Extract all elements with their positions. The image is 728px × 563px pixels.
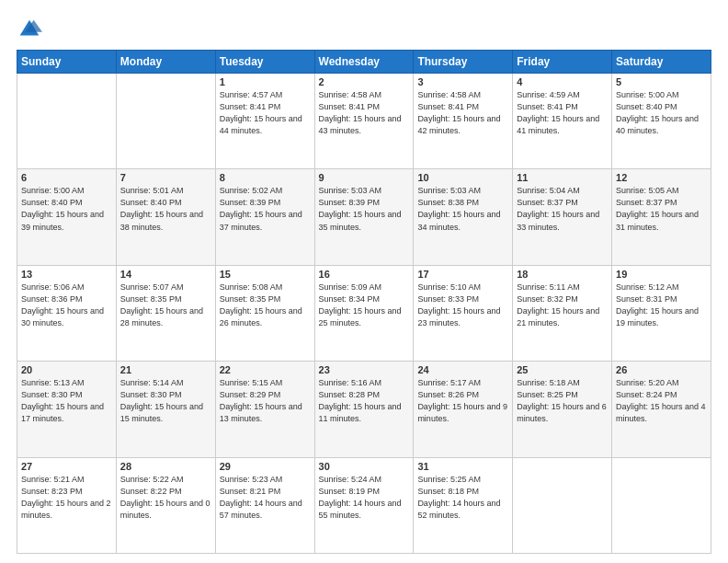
calendar-cell: 5Sunrise: 5:00 AM Sunset: 8:40 PM Daylig…	[612, 74, 711, 169]
calendar-cell: 17Sunrise: 5:10 AM Sunset: 8:33 PM Dayli…	[414, 265, 513, 361]
day-number: 13	[21, 269, 112, 280]
calendar-cell	[17, 74, 117, 169]
day-info: Sunrise: 4:58 AM Sunset: 8:41 PM Dayligh…	[417, 89, 508, 137]
day-info: Sunrise: 5:16 AM Sunset: 8:28 PM Dayligh…	[319, 377, 410, 425]
day-number: 21	[120, 364, 211, 375]
calendar-cell: 15Sunrise: 5:08 AM Sunset: 8:35 PM Dayli…	[215, 265, 314, 361]
day-info: Sunrise: 5:12 AM Sunset: 8:31 PM Dayligh…	[616, 282, 707, 329]
day-number: 6	[21, 172, 112, 183]
day-info: Sunrise: 5:18 AM Sunset: 8:25 PM Dayligh…	[517, 377, 608, 425]
weekday-header-saturday: Saturday	[612, 51, 711, 74]
day-info: Sunrise: 5:24 AM Sunset: 8:19 PM Dayligh…	[319, 474, 410, 522]
day-number: 10	[417, 172, 508, 183]
day-number: 12	[616, 172, 707, 183]
calendar-cell	[612, 457, 711, 553]
day-info: Sunrise: 5:07 AM Sunset: 8:35 PM Dayligh…	[120, 282, 211, 329]
day-number: 7	[120, 172, 211, 183]
calendar-cell	[116, 74, 215, 169]
day-info: Sunrise: 5:25 AM Sunset: 8:18 PM Dayligh…	[417, 474, 508, 522]
weekday-header-thursday: Thursday	[414, 51, 513, 74]
day-info: Sunrise: 5:04 AM Sunset: 8:37 PM Dayligh…	[517, 185, 608, 233]
day-number: 8	[220, 172, 311, 183]
weekday-header-monday: Monday	[116, 51, 215, 74]
calendar-cell: 26Sunrise: 5:20 AM Sunset: 8:24 PM Dayli…	[612, 362, 711, 457]
day-number: 4	[517, 76, 608, 87]
calendar-cell: 14Sunrise: 5:07 AM Sunset: 8:35 PM Dayli…	[116, 265, 215, 361]
day-number: 31	[417, 461, 508, 472]
calendar-week-row: 6Sunrise: 5:00 AM Sunset: 8:40 PM Daylig…	[17, 169, 711, 265]
day-number: 20	[21, 364, 112, 375]
day-info: Sunrise: 5:23 AM Sunset: 8:21 PM Dayligh…	[220, 474, 311, 522]
day-number: 22	[220, 364, 311, 375]
day-info: Sunrise: 5:20 AM Sunset: 8:24 PM Dayligh…	[616, 377, 707, 425]
calendar-cell: 6Sunrise: 5:00 AM Sunset: 8:40 PM Daylig…	[17, 169, 117, 265]
calendar-cell: 13Sunrise: 5:06 AM Sunset: 8:36 PM Dayli…	[17, 265, 117, 361]
day-info: Sunrise: 5:03 AM Sunset: 8:39 PM Dayligh…	[319, 185, 410, 233]
calendar-cell: 3Sunrise: 4:58 AM Sunset: 8:41 PM Daylig…	[414, 74, 513, 169]
calendar-cell: 18Sunrise: 5:11 AM Sunset: 8:32 PM Dayli…	[513, 265, 612, 361]
calendar-cell: 25Sunrise: 5:18 AM Sunset: 8:25 PM Dayli…	[513, 362, 612, 457]
day-number: 24	[417, 364, 508, 375]
day-info: Sunrise: 5:00 AM Sunset: 8:40 PM Dayligh…	[616, 89, 707, 137]
day-info: Sunrise: 5:21 AM Sunset: 8:23 PM Dayligh…	[21, 474, 112, 522]
day-info: Sunrise: 5:09 AM Sunset: 8:34 PM Dayligh…	[319, 282, 410, 329]
day-number: 17	[417, 269, 508, 280]
day-number: 5	[616, 76, 707, 87]
day-number: 16	[319, 269, 410, 280]
weekday-header-row: SundayMondayTuesdayWednesdayThursdayFrid…	[17, 51, 711, 74]
day-info: Sunrise: 5:02 AM Sunset: 8:39 PM Dayligh…	[220, 185, 311, 233]
day-number: 2	[319, 76, 410, 87]
logo	[17, 17, 46, 42]
calendar-week-row: 1Sunrise: 4:57 AM Sunset: 8:41 PM Daylig…	[17, 74, 711, 169]
day-info: Sunrise: 5:08 AM Sunset: 8:35 PM Dayligh…	[220, 282, 311, 329]
day-info: Sunrise: 5:11 AM Sunset: 8:32 PM Dayligh…	[517, 282, 608, 329]
day-info: Sunrise: 5:17 AM Sunset: 8:26 PM Dayligh…	[417, 377, 508, 425]
day-number: 18	[517, 269, 608, 280]
day-number: 14	[120, 269, 211, 280]
day-number: 25	[517, 364, 608, 375]
day-number: 28	[120, 461, 211, 472]
page: SundayMondayTuesdayWednesdayThursdayFrid…	[0, 0, 728, 563]
day-info: Sunrise: 5:15 AM Sunset: 8:29 PM Dayligh…	[220, 377, 311, 425]
calendar-cell: 31Sunrise: 5:25 AM Sunset: 8:18 PM Dayli…	[414, 457, 513, 553]
calendar-cell: 10Sunrise: 5:03 AM Sunset: 8:38 PM Dayli…	[414, 169, 513, 265]
day-info: Sunrise: 5:10 AM Sunset: 8:33 PM Dayligh…	[417, 282, 508, 329]
day-info: Sunrise: 5:13 AM Sunset: 8:30 PM Dayligh…	[21, 377, 112, 425]
day-number: 3	[417, 76, 508, 87]
day-number: 29	[220, 461, 311, 472]
day-number: 26	[616, 364, 707, 375]
day-number: 23	[319, 364, 410, 375]
day-info: Sunrise: 5:01 AM Sunset: 8:40 PM Dayligh…	[120, 185, 211, 233]
calendar-cell: 8Sunrise: 5:02 AM Sunset: 8:39 PM Daylig…	[215, 169, 314, 265]
calendar-cell: 29Sunrise: 5:23 AM Sunset: 8:21 PM Dayli…	[215, 457, 314, 553]
weekday-header-friday: Friday	[513, 51, 612, 74]
calendar-cell: 16Sunrise: 5:09 AM Sunset: 8:34 PM Dayli…	[314, 265, 414, 361]
day-info: Sunrise: 5:00 AM Sunset: 8:40 PM Dayligh…	[21, 185, 112, 233]
calendar-week-row: 13Sunrise: 5:06 AM Sunset: 8:36 PM Dayli…	[17, 265, 711, 361]
calendar-cell: 1Sunrise: 4:57 AM Sunset: 8:41 PM Daylig…	[215, 74, 314, 169]
calendar-cell: 19Sunrise: 5:12 AM Sunset: 8:31 PM Dayli…	[612, 265, 711, 361]
day-info: Sunrise: 5:03 AM Sunset: 8:38 PM Dayligh…	[417, 185, 508, 233]
calendar-cell: 9Sunrise: 5:03 AM Sunset: 8:39 PM Daylig…	[314, 169, 414, 265]
weekday-header-wednesday: Wednesday	[314, 51, 414, 74]
day-number: 30	[319, 461, 410, 472]
calendar-cell: 30Sunrise: 5:24 AM Sunset: 8:19 PM Dayli…	[314, 457, 414, 553]
calendar-cell: 11Sunrise: 5:04 AM Sunset: 8:37 PM Dayli…	[513, 169, 612, 265]
logo-icon	[17, 17, 42, 42]
day-info: Sunrise: 4:58 AM Sunset: 8:41 PM Dayligh…	[319, 89, 410, 137]
calendar-table: SundayMondayTuesdayWednesdayThursdayFrid…	[17, 50, 711, 554]
day-info: Sunrise: 5:05 AM Sunset: 8:37 PM Dayligh…	[616, 185, 707, 233]
calendar-cell: 4Sunrise: 4:59 AM Sunset: 8:41 PM Daylig…	[513, 74, 612, 169]
calendar-cell: 28Sunrise: 5:22 AM Sunset: 8:22 PM Dayli…	[116, 457, 215, 553]
day-info: Sunrise: 5:06 AM Sunset: 8:36 PM Dayligh…	[21, 282, 112, 329]
calendar-cell: 2Sunrise: 4:58 AM Sunset: 8:41 PM Daylig…	[314, 74, 414, 169]
day-info: Sunrise: 5:22 AM Sunset: 8:22 PM Dayligh…	[120, 474, 211, 522]
calendar-week-row: 27Sunrise: 5:21 AM Sunset: 8:23 PM Dayli…	[17, 457, 711, 553]
calendar-cell	[513, 457, 612, 553]
day-info: Sunrise: 4:57 AM Sunset: 8:41 PM Dayligh…	[220, 89, 311, 137]
calendar-cell: 27Sunrise: 5:21 AM Sunset: 8:23 PM Dayli…	[17, 457, 117, 553]
calendar-cell: 12Sunrise: 5:05 AM Sunset: 8:37 PM Dayli…	[612, 169, 711, 265]
weekday-header-sunday: Sunday	[17, 51, 117, 74]
calendar-cell: 21Sunrise: 5:14 AM Sunset: 8:30 PM Dayli…	[116, 362, 215, 457]
calendar-cell: 22Sunrise: 5:15 AM Sunset: 8:29 PM Dayli…	[215, 362, 314, 457]
